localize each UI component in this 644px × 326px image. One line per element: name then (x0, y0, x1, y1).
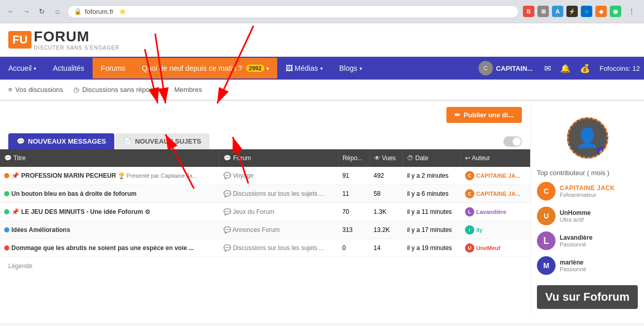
nav-accueil[interactable]: Accueil ▾ (0, 58, 44, 79)
row5-forum-link[interactable]: 💬 Discussions sur tous les sujets ... (223, 244, 324, 252)
nav-accueil-arrow: ▾ (34, 66, 36, 71)
sub-nav-vos-discussions[interactable]: ≡ Vos discussions (8, 84, 63, 96)
nav-blogs[interactable]: Blogs ▾ (331, 58, 370, 79)
row5-author-link[interactable]: UneMeuf (476, 245, 500, 251)
row1-date: il y a 2 minutes (403, 167, 461, 185)
row2-title-cell: Un bouton bleu en bas à droite de foforu… (0, 185, 219, 203)
row4-title-cell: Idées Améliorations (0, 221, 219, 239)
contrib3-name[interactable]: Lavandière (560, 234, 638, 241)
refresh-button[interactable]: ↻ (36, 6, 48, 17)
logo-area[interactable]: FU FORUM DISCUTER SANS S'ENGAGER (8, 28, 119, 51)
logo-tagline: DISCUTER SANS S'ENGAGER (34, 45, 119, 51)
nav-actualites[interactable]: Actualités (44, 58, 93, 79)
row1-forum-link[interactable]: 💬 Voyage (223, 172, 253, 179)
ext-icon-4[interactable]: ⚡ (566, 6, 578, 17)
row5-title-link[interactable]: Dommage que les abrutis ne soient pas un… (11, 244, 194, 252)
row5-forum: 💬 Discussions sur tous les sujets ... (219, 239, 338, 257)
row1-replies: 91 (338, 167, 370, 185)
ext-icon-2[interactable]: ⊞ (537, 6, 549, 17)
row2-author-link[interactable]: CAPITAINE JA... (476, 191, 520, 197)
contrib1-name[interactable]: CAPITAINE JACK (560, 184, 638, 192)
url-bar[interactable]: 🔒 foforum.fr ⭐ (67, 5, 519, 18)
row3-author-link[interactable]: Lavandière (476, 209, 506, 215)
menu-button[interactable]: ⋮ (624, 4, 639, 19)
contrib4-info: marlène Passionné (560, 259, 638, 272)
row4-author-link[interactable]: ily (476, 227, 483, 233)
publish-area: ✏ Publier une di... (0, 101, 530, 129)
sans-reponses-icon: ◷ (73, 86, 79, 94)
row4-title-link[interactable]: Idées Améliorations (11, 226, 70, 234)
avatar-plus-button[interactable]: + (596, 147, 607, 157)
row1-icons: 📌 PROFESSION MARIN PECHEUR 🏆 Présenté pa… (4, 172, 215, 179)
forward-button[interactable]: → (21, 6, 32, 17)
row1-title-link[interactable]: PROFESSION MARIN PECHEUR 🏆 Présenté par … (21, 172, 197, 179)
table-row: 📌 PROFESSION MARIN PECHEUR 🏆 Présenté pa… (0, 167, 530, 185)
row4-forum-link[interactable]: 💬 Annonces Forum (223, 226, 280, 234)
row1-title-sub: 🏆 Présenté par Capitaine Ja... (118, 173, 197, 179)
ext-icon-7[interactable]: ◉ (610, 6, 621, 17)
tab2-icon: 📄 (124, 137, 132, 145)
nav-badge: 2992 (246, 65, 264, 72)
nav-user-avatar: C (478, 61, 493, 75)
tab1-icon: 💬 (17, 137, 25, 145)
logo-text: FORUM DISCUTER SANS S'ENGAGER (34, 28, 119, 51)
toggle-switch[interactable] (503, 136, 522, 147)
col-reponses: Répo... (338, 149, 370, 167)
ext-icon-3[interactable]: A (552, 6, 563, 17)
contributor-3: L Lavandière Passionné (537, 231, 638, 250)
col-forum: 💬 Forum (219, 149, 338, 167)
row2-replies: 11 (338, 185, 370, 203)
contrib4-name[interactable]: marlène (560, 259, 638, 266)
nav-user[interactable]: C CAPITAIN... (472, 57, 539, 80)
contrib2-name[interactable]: UnHomme (560, 209, 638, 216)
row5-replies: 0 (338, 239, 370, 257)
row1-author: C CAPITAINE JA... (461, 167, 530, 185)
nav-quoi-arrow: ▾ (266, 66, 269, 71)
row5-icons: Dommage que les abrutis ne soient pas un… (4, 244, 215, 252)
contributor-4: M marlène Passionné (537, 256, 638, 275)
publish-button[interactable]: ✏ Publier une di... (446, 107, 522, 123)
row3-forum-link[interactable]: 💬 Jeux du Forum (223, 208, 274, 215)
table-body: 📌 PROFESSION MARIN PECHEUR 🏆 Présenté pa… (0, 167, 530, 257)
row2-title-link[interactable]: Un bouton bleu en bas à droite de foforu… (11, 190, 137, 197)
tab-nouveaux-sujets[interactable]: 📄 NOUVEAUX SUJETS (115, 133, 209, 149)
row4-dot (4, 227, 9, 232)
contrib3-info: Lavandière Passionné (560, 234, 638, 247)
vos-discussions-label: Vos discussions (16, 86, 64, 94)
vos-discussions-icon: ≡ (8, 86, 12, 94)
contributor-1: C CAPITAINE JACK Fofoanimateur (537, 182, 638, 200)
table-row: Idées Améliorations 💬 Annonces Forum 313… (0, 221, 530, 239)
row3-title-link[interactable]: LE JEU DES MINUITS - Une idée Foforum (21, 208, 143, 215)
row2-forum-link[interactable]: 💬 Discussions sur tous les sujets ... (223, 190, 324, 197)
sub-nav-membres[interactable]: Membres (174, 84, 202, 96)
row1-author-link[interactable]: CAPITAINE JA... (476, 173, 520, 179)
ext-icon-5[interactable]: ○ (581, 6, 592, 17)
col-vues: 👁 Vues (369, 149, 403, 167)
row5-title-cell: Dommage que les abrutis ne soient pas un… (0, 239, 219, 257)
row4-forum: 💬 Annonces Forum (219, 221, 338, 239)
nav-forums[interactable]: Forums (93, 58, 133, 79)
table-row: Dommage que les abrutis ne soient pas un… (0, 239, 530, 257)
notifications-icon[interactable]: 🔔 (556, 59, 575, 77)
nav-quoi-de-neuf[interactable]: Quoi de neuf depuis ce matin ? 2992 ▾ (133, 58, 277, 79)
messages-icon[interactable]: ✉ (540, 59, 555, 77)
home-button[interactable]: ⌂ (52, 6, 63, 17)
contrib1-info: CAPITAINE JACK Fofoanimateur (560, 184, 638, 198)
col-date: ⏱ Date (403, 149, 461, 167)
row2-date: il y a 6 minutes (403, 185, 461, 203)
col-auteur: ↩ Auteur (461, 149, 530, 167)
ext-icon-6[interactable]: ◆ (595, 6, 607, 17)
sub-nav-sans-reponses[interactable]: ◷ Discussions sans réponses (73, 84, 164, 96)
nav-medias[interactable]: 🖼 Médias ▾ (277, 58, 331, 79)
wallet-icon[interactable]: 💰 (576, 59, 594, 77)
ext-icon-1[interactable]: B (523, 6, 534, 17)
row4-date: il y a 17 minutes (403, 221, 461, 239)
back-button[interactable]: ← (5, 6, 17, 17)
content-area: ✏ Publier une di... 💬 NOUVEAUX MESSAGES … (0, 101, 644, 315)
nav-medias-label: Médias (295, 64, 318, 72)
tab-nouveaux-messages[interactable]: 💬 NOUVEAUX MESSAGES (8, 133, 114, 149)
sidebar: 👤 + Top contributeur ( mois ) C CAPITAIN… (530, 101, 644, 315)
row2-dot (4, 191, 9, 196)
tab2-label: NOUVEAUX SUJETS (135, 137, 201, 145)
col-titre: 💬 Titre (0, 149, 219, 167)
